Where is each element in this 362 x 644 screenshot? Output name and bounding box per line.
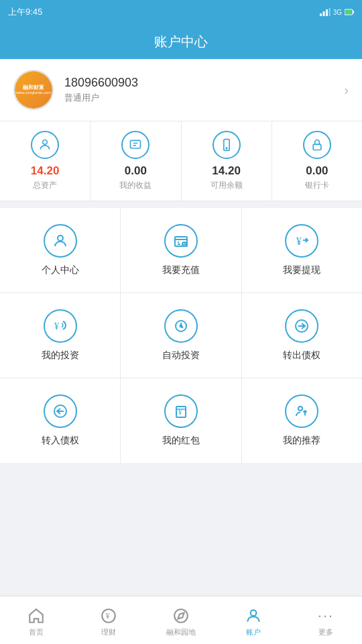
licai-icon: ¥ [100,607,117,625]
recommend-icon [285,394,318,428]
transfer-out-icon [285,309,318,343]
svg-point-23 [298,407,302,411]
grid-row-2: ¥ 我的投资 自动投资 [0,293,362,378]
time: 上午9:45 [8,6,42,18]
personal-center-label: 个人中心 [42,264,79,276]
my-invest-label: 我的投资 [42,350,79,362]
menu-recommend[interactable]: 我的推荐 [242,378,362,463]
svg-rect-3 [328,8,330,16]
compass-icon [172,607,190,625]
svg-text:¥: ¥ [296,235,302,247]
page-header: 账户中心 [0,24,362,59]
menu-withdraw[interactable]: ¥ 我要提现 [242,208,362,292]
svg-point-27 [174,609,188,623]
nav-home-label: 首页 [29,627,44,637]
stat-total-assets[interactable]: 14.20 总资产 [0,121,90,201]
menu-redpacket[interactable]: ¥ 我的红包 [121,378,241,463]
bank-card-label: 银行卡 [305,180,329,191]
home-icon [27,607,45,625]
bottom-nav: 首页 ¥ 理财 融和园地 账户 ··· 更多 [0,596,362,644]
nav-ronghe-label: 融和园地 [166,627,196,637]
status-icons: 3G [320,8,354,16]
nav-more-label: 更多 [318,627,333,637]
more-icon: ··· [318,607,334,625]
chat-icon [121,131,149,159]
phone-icon [213,131,241,159]
personal-center-icon [44,224,77,258]
recommend-label: 我的推荐 [283,435,320,447]
account-icon [245,607,262,625]
nav-licai[interactable]: ¥ 理财 [72,603,145,637]
menu-transfer-out[interactable]: 转出债权 [242,293,362,378]
person-icon [31,131,59,159]
total-assets-label: 总资产 [33,180,57,191]
grid-row-3: 转入债权 ¥ 我的红包 我的推荐 [0,378,362,463]
redpacket-icon: ¥ [164,394,198,428]
transfer-in-icon [44,394,77,428]
user-info: 融和财富 www.rongheda.com 18096600903 普通用户 [13,70,138,110]
user-phone: 18096600903 [64,76,138,90]
recharge-label: 我要充值 [162,264,200,276]
nav-more[interactable]: ··· 更多 [290,603,362,637]
nav-home[interactable]: 首页 [0,603,72,637]
svg-rect-6 [345,10,351,14]
stats-row: 14.20 总资产 0.00 我的收益 14.20 可用余额 [0,121,362,201]
my-invest-icon: ¥ [44,309,77,343]
chevron-right-icon: › [344,83,349,98]
page-title: 账户中心 [154,33,208,51]
svg-rect-0 [320,13,322,16]
svg-point-28 [251,610,257,616]
nav-licai-label: 理财 [101,627,116,637]
auto-invest-label: 自动投资 [162,350,200,362]
balance-value: 14.20 [212,164,241,178]
withdraw-icon: ¥ [285,224,318,258]
nav-account[interactable]: 账户 [217,603,290,637]
auto-invest-icon [164,309,198,343]
status-bar: 上午9:45 3G [0,0,362,24]
transfer-out-label: 转出债权 [283,350,320,362]
svg-rect-11 [313,144,321,150]
svg-rect-8 [131,140,141,148]
menu-my-invest[interactable]: ¥ 我的投资 [0,293,121,378]
network-type: 3G [333,9,342,16]
stat-available-balance[interactable]: 14.20 可用余额 [182,121,272,201]
divider [0,201,362,208]
nav-ronghe[interactable]: 融和园地 [145,603,217,637]
svg-point-24 [305,415,306,415]
bank-card-value: 0.00 [306,164,328,178]
balance-label: 可用余额 [210,180,243,191]
redpacket-label: 我的红包 [162,435,200,447]
recharge-icon [164,224,198,258]
svg-point-10 [226,148,227,149]
svg-rect-1 [322,11,324,16]
stat-my-income[interactable]: 0.00 我的收益 [90,121,181,201]
lock-icon [303,131,331,159]
battery-icon [345,8,354,16]
nav-account-label: 账户 [246,627,261,637]
grid-menu: 个人中心 我要充值 ¥ 我要提现 [0,208,362,463]
user-role: 普通用户 [64,92,138,104]
income-label: 我的收益 [119,180,152,191]
menu-personal-center[interactable]: 个人中心 [0,208,121,292]
stat-bank-card[interactable]: 0.00 银行卡 [272,121,362,201]
svg-point-12 [58,235,63,241]
menu-recharge[interactable]: 我要充值 [121,208,241,292]
svg-rect-2 [326,9,328,16]
total-assets-value: 14.20 [31,164,60,178]
menu-auto-invest[interactable]: 自动投资 [121,293,241,378]
svg-text:¥: ¥ [106,611,110,621]
svg-text:¥: ¥ [54,321,59,331]
svg-point-18 [180,325,182,327]
user-card[interactable]: 融和财富 www.rongheda.com 18096600903 普通用户 › [0,59,362,121]
svg-rect-5 [353,11,355,13]
withdraw-label: 我要提现 [283,264,320,276]
avatar: 融和财富 www.rongheda.com [13,70,54,110]
signal-icon [320,8,330,16]
transfer-in-label: 转入债权 [42,435,79,447]
grid-row-1: 个人中心 我要充值 ¥ 我要提现 [0,208,362,293]
income-value: 0.00 [125,164,147,178]
menu-transfer-in[interactable]: 转入债权 [0,378,121,463]
svg-point-7 [43,140,48,145]
